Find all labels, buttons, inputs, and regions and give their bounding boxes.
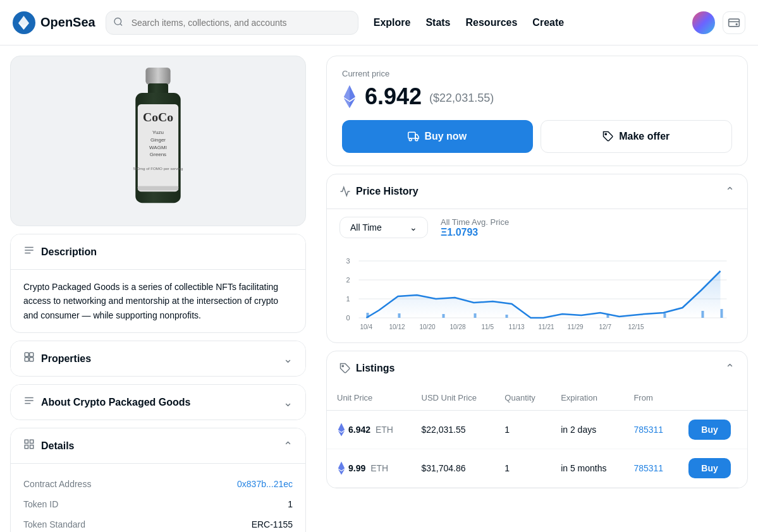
svg-rect-27 — [30, 440, 34, 443]
lines-icon — [23, 245, 35, 256]
svg-text:Yuzu: Yuzu — [152, 130, 164, 135]
about-icon — [23, 395, 35, 409]
nav-icons — [692, 11, 745, 34]
details-header[interactable]: Details ⌃ — [11, 428, 305, 463]
svg-text:2: 2 — [346, 276, 350, 284]
listing-buy-button-1[interactable]: Buy — [688, 458, 730, 478]
current-price-section: Current price 6.942 ($22,031.55) Buy now — [326, 56, 748, 166]
wallet-svg-icon — [728, 16, 740, 29]
listings-thead: Unit Price USD Unit Price Quantity Expir… — [327, 385, 747, 411]
col-quantity: Quantity — [494, 385, 551, 411]
svg-rect-49 — [702, 311, 704, 318]
listing-buy-button-0[interactable]: Buy — [688, 420, 730, 440]
svg-text:11/29: 11/29 — [568, 323, 584, 330]
listing-from-link-0[interactable]: 785311 — [633, 425, 663, 435]
details-chevron-icon: ⌃ — [283, 439, 293, 453]
nav-stats[interactable]: Stats — [425, 17, 450, 28]
description-header-left: Description — [23, 245, 97, 259]
nav-explore[interactable]: Explore — [374, 17, 411, 28]
svg-text:Ginger: Ginger — [150, 137, 166, 143]
listings-tbody: 6.942 ETH $22,031.55 1 in 2 days 785311 … — [327, 411, 747, 488]
time-select[interactable]: All Time ⌄ — [339, 217, 428, 238]
properties-chevron-icon: ⌄ — [283, 352, 293, 366]
listing-eth-unit-0: ETH — [373, 425, 393, 435]
avatar[interactable] — [692, 11, 715, 34]
listing-qty-0: 1 — [494, 411, 551, 449]
description-section: Description Crypto Packaged Goods is a s… — [10, 234, 306, 333]
svg-rect-48 — [664, 313, 666, 318]
token-standard-label: Token Standard — [23, 519, 85, 529]
nav-links: Explore Stats Resources Create — [374, 17, 564, 28]
offer-tag-icon — [602, 131, 614, 142]
listing-from-0: 785311 — [623, 411, 678, 449]
svg-text:11/13: 11/13 — [509, 323, 525, 330]
make-offer-button[interactable]: Make offer — [541, 120, 733, 153]
nft-image-container: CoCo Yuzu Ginger WAGMI Greens 500mg of F… — [10, 56, 306, 226]
buy-now-button[interactable]: Buy now — [342, 120, 533, 153]
listing-from-1: 785311 — [623, 449, 678, 488]
buy-now-label: Buy now — [424, 131, 467, 142]
price-history-collapse-icon[interactable]: ⌃ — [725, 184, 735, 198]
svg-rect-44 — [443, 314, 445, 318]
svg-text:11/21: 11/21 — [539, 323, 554, 330]
svg-rect-26 — [25, 440, 28, 443]
svg-text:WAGMI: WAGMI — [149, 145, 167, 150]
listing-unit-price-1: 9.99 ETH — [327, 449, 412, 488]
col-expiration: Expiration — [551, 385, 623, 411]
listing-from-link-1[interactable]: 785311 — [633, 463, 663, 473]
listing-eth-value-1: 9.99 — [348, 463, 365, 473]
svg-rect-3 — [729, 19, 740, 27]
svg-text:10/28: 10/28 — [450, 323, 466, 330]
eth-mini-icon-0 — [337, 423, 346, 437]
svg-rect-29 — [30, 445, 34, 449]
opensea-logo-icon — [13, 11, 35, 34]
listing-qty-1: 1 — [494, 449, 551, 488]
svg-rect-45 — [474, 313, 477, 318]
price-usd-value: ($22,031.55) — [429, 92, 494, 105]
svg-point-32 — [415, 138, 418, 141]
search-container — [106, 11, 358, 35]
description-content: Crypto Packaged Goods is a series of col… — [11, 269, 305, 332]
search-input[interactable] — [106, 11, 358, 35]
listings-collapse-icon[interactable]: ⌃ — [725, 361, 735, 375]
description-header[interactable]: Description — [11, 234, 305, 269]
about-header[interactable]: About Crypto Packaged Goods ⌄ — [11, 385, 305, 420]
svg-text:1: 1 — [346, 295, 350, 303]
col-action — [678, 385, 747, 411]
svg-rect-5 — [145, 68, 170, 85]
listing-row-0: 6.942 ETH $22,031.55 1 in 2 days 785311 … — [327, 411, 747, 449]
listing-unit-price-0: 6.942 ETH — [327, 411, 412, 449]
col-usd-price: USD Unit Price — [412, 385, 495, 411]
listing-expiration-0: in 2 days — [551, 411, 623, 449]
svg-point-61 — [342, 365, 343, 366]
nav-resources[interactable]: Resources — [466, 17, 518, 28]
time-select-value: All Time — [350, 222, 382, 233]
token-id-row: Token ID 1 — [23, 494, 293, 514]
nav-create[interactable]: Create — [532, 17, 564, 28]
wallet-icon[interactable] — [723, 11, 745, 34]
svg-rect-47 — [607, 315, 609, 318]
listings-title: Listings — [356, 363, 394, 374]
col-from: From — [623, 385, 678, 411]
eth-logo-icon — [342, 85, 357, 108]
contract-address-value[interactable]: 0x837b...21ec — [237, 479, 293, 489]
logo-link[interactable]: OpenSea — [13, 11, 95, 34]
properties-header[interactable]: Properties ⌄ — [11, 341, 305, 376]
token-standard-value: ERC-1155 — [252, 519, 293, 529]
listing-action-0: Buy — [678, 411, 747, 449]
svg-rect-6 — [148, 83, 168, 95]
listing-usd-0: $22,031.55 — [412, 411, 495, 449]
navbar: OpenSea Explore Stats Resources Create — [0, 0, 758, 45]
svg-rect-15 — [138, 186, 178, 190]
listings-card: Listings ⌃ Unit Price USD Unit Price Qua… — [326, 351, 748, 488]
svg-rect-20 — [30, 353, 34, 356]
price-eth-value: 6.942 — [365, 83, 422, 110]
description-icon — [23, 245, 35, 259]
price-history-header: Price History ⌃ — [327, 174, 747, 209]
chart-icon — [339, 186, 351, 197]
svg-text:Greens: Greens — [150, 152, 166, 157]
listings-header-row: Unit Price USD Unit Price Quantity Expir… — [327, 385, 747, 411]
price-chart-svg: 3 2 1 0 — [339, 252, 735, 334]
svg-text:3: 3 — [346, 257, 350, 265]
svg-rect-43 — [398, 313, 401, 318]
